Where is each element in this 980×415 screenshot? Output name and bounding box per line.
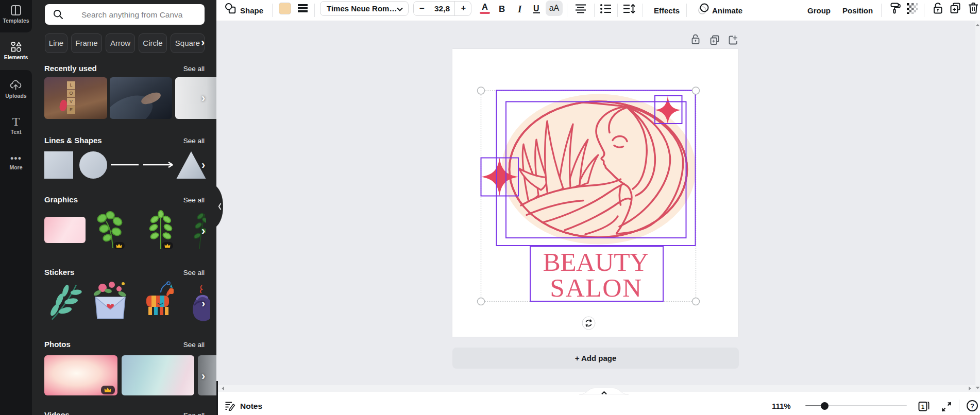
svg-text:1: 1 [921,404,924,410]
svg-text:?: ? [970,402,974,410]
